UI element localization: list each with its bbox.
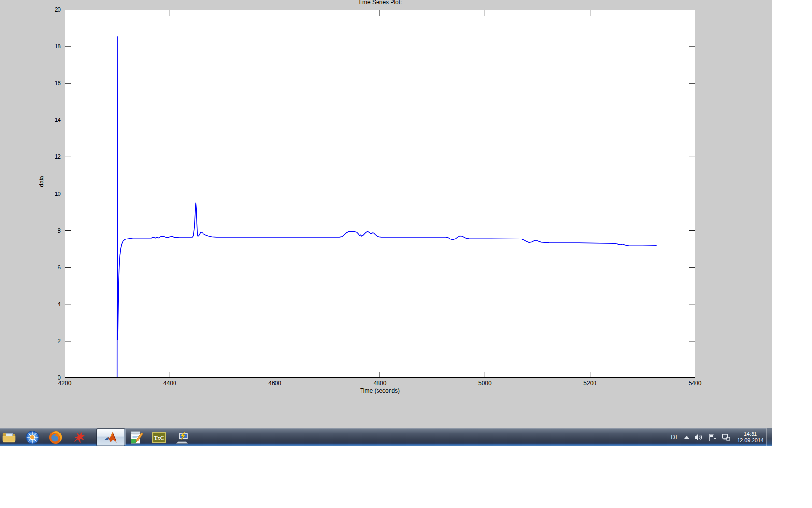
matlab-figure-window: Time Series Plot: Time (seconds) data 02… xyxy=(0,0,772,428)
x-tick-label: 4800 xyxy=(365,380,394,387)
y-tick-label: 20 xyxy=(42,6,61,13)
clock[interactable]: 14:31 12.09.2014 xyxy=(737,431,764,444)
svg-text:TxC: TxC xyxy=(154,434,164,440)
show-desktop-button[interactable] xyxy=(766,428,772,446)
y-tick-label: 12 xyxy=(42,153,61,160)
taskbar-app-buttons: TxC xyxy=(1,428,197,446)
language-indicator[interactable]: DE xyxy=(671,434,680,441)
compass-icon xyxy=(25,430,40,445)
volume-icon[interactable] xyxy=(694,433,703,441)
matlab-taskbar-button[interactable] xyxy=(97,429,125,446)
clock-time: 14:31 xyxy=(737,431,764,437)
desktop: { "figure": { "title": "Time Series Plot… xyxy=(0,0,812,508)
x-tick-label: 4600 xyxy=(261,380,290,387)
y-tick-label: 10 xyxy=(42,191,61,197)
notepad-icon xyxy=(129,430,143,445)
system-tray: DE 14:31 xyxy=(671,428,764,446)
firefox-icon xyxy=(48,430,63,445)
red-bird-app-taskbar-button[interactable] xyxy=(71,429,87,446)
taskbar: TxC DE xyxy=(0,428,772,446)
texniccenter-taskbar-button[interactable]: TxC xyxy=(151,429,167,446)
firefox-taskbar-button[interactable] xyxy=(47,429,64,446)
compass-app-taskbar-button[interactable] xyxy=(24,429,41,446)
x-tick-label: 5200 xyxy=(576,380,605,387)
y-tick-label: 14 xyxy=(42,117,61,123)
plot-area xyxy=(65,10,695,378)
notepad-editor-taskbar-button[interactable] xyxy=(128,429,144,446)
action-center-flag-icon[interactable] xyxy=(708,433,716,441)
time-series-line-chart xyxy=(65,10,695,378)
x-tick-label: 4200 xyxy=(50,380,79,387)
txc-icon: TxC xyxy=(152,430,166,445)
plot-title: Time Series Plot: xyxy=(65,0,695,6)
redbird-icon xyxy=(72,430,86,445)
windows-explorer-taskbar-button[interactable] xyxy=(1,429,17,446)
data-series-line xyxy=(117,36,657,378)
y-tick-label: 18 xyxy=(42,43,61,50)
network-icon[interactable] xyxy=(721,433,730,441)
y-axis-label: data xyxy=(38,176,45,187)
matlab-icon xyxy=(103,430,118,445)
show-hidden-icons-chevron-icon[interactable] xyxy=(684,436,689,439)
y-tick-label: 8 xyxy=(42,227,61,234)
x-axis-label: Time (seconds) xyxy=(65,388,695,394)
y-tick-label: 4 xyxy=(42,301,61,308)
pcbolt-icon xyxy=(175,430,189,445)
x-tick-label: 5000 xyxy=(470,380,499,387)
remote-connection-taskbar-button[interactable] xyxy=(174,429,190,446)
y-tick-label: 16 xyxy=(42,80,61,87)
x-tick-label: 4400 xyxy=(155,380,184,387)
clock-date: 12.09.2014 xyxy=(737,437,764,444)
folder-icon xyxy=(2,430,16,445)
y-tick-label: 6 xyxy=(42,264,61,271)
x-tick-label: 5400 xyxy=(681,380,710,387)
y-tick-label: 2 xyxy=(42,338,61,344)
